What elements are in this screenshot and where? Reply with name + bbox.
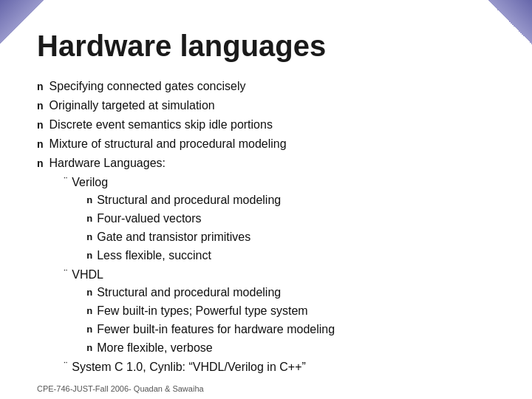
vhdl-item: VHDL Structural and procedural modeling … [64, 266, 495, 358]
verilog-sub-2: Four-valued vectors [86, 210, 495, 228]
verilog-item: Verilog Structural and procedural modeli… [64, 174, 495, 265]
hardware-languages-list: Verilog Structural and procedural modeli… [64, 174, 495, 376]
vhdl-sub-2: Few built-in types; Powerful type system [86, 302, 495, 320]
slide-content: Hardware languages Specifying connected … [0, 0, 532, 399]
bullet-1: Specifying connected gates concisely [37, 78, 495, 95]
vhdl-sub-1: Structural and procedural modeling [86, 284, 495, 301]
bullet-5: Hardware Languages: Verilog Structural a… [37, 154, 495, 377]
bullet-3: Discrete event semantics skip idle porti… [37, 116, 495, 134]
slide-footer: CPE-746-JUST-Fall 2006- Quadan & Sawaiha [37, 384, 204, 393]
verilog-sub-3: Gate and transistor primitives [86, 228, 495, 246]
systemc-item: System C 1.0, Cynlib: “VHDL/Verilog in C… [64, 358, 495, 376]
vhdl-sub-4: More flexible, verbose [86, 339, 495, 357]
slide-title: Hardware languages [37, 30, 495, 63]
bullet-4: Mixture of structural and procedural mod… [37, 135, 495, 153]
verilog-sub-4: Less flexible, succinct [86, 247, 495, 265]
main-bullet-list: Specifying connected gates concisely Ori… [37, 78, 495, 377]
verilog-sub-1: Structural and procedural modeling [86, 191, 495, 209]
bullet-2: Originally targeted at simulation [37, 97, 495, 115]
vhdl-sub-3: Fewer built-in features for hardware mod… [86, 321, 495, 338]
verilog-sub-list: Structural and procedural modeling Four-… [86, 191, 495, 265]
vhdl-sub-list: Structural and procedural modeling Few b… [86, 284, 495, 357]
